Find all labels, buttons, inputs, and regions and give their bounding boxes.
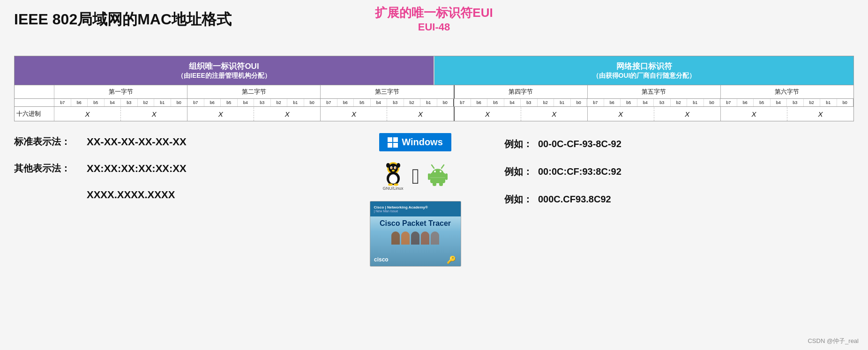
svg-point-8	[392, 170, 395, 171]
standard-example-label: 例如：	[504, 138, 532, 150]
cisco-example-row: 例如： 000C.CF93.8C92	[504, 193, 854, 206]
cisco-value: XXXX.XXXX.XXXX	[87, 189, 175, 201]
byte-label-4: 第四字节	[455, 85, 588, 98]
svg-point-6	[391, 167, 392, 169]
cisco-example-label: 例如：	[504, 193, 532, 206]
windows-logo-icon	[388, 137, 398, 148]
eui-title: 扩展的唯一标识符EUI	[375, 5, 493, 21]
svg-rect-15	[430, 173, 445, 183]
standard-value: XX-XX-XX-XX-XX-XX	[87, 136, 187, 148]
svg-rect-16	[428, 173, 430, 180]
other-example-value: 00:0C:CF:93:8C:92	[538, 166, 621, 177]
oui-header: 组织唯一标识符OUI （由IEEE的注册管理机构分配）	[15, 56, 434, 85]
byte-label-5: 第五字节	[588, 85, 721, 98]
eui-subtitle: EUI-48	[375, 21, 493, 33]
examples-panel: 例如： 00-0C-CF-93-8C-92 例如： 00:0C:CF:93:8C…	[467, 138, 854, 206]
linux-icon: GNU/Linux	[383, 162, 404, 191]
other-example-row: 例如： 00:0C:CF:93:8C:92	[504, 165, 854, 178]
other-notation-row: 其他表示法： XX:XX:XX:XX:XX:XX	[14, 162, 364, 175]
byte-label-6: 第六字节	[721, 85, 853, 98]
windows-badge: Windows	[379, 133, 451, 151]
center-icons-area: Windows	[364, 133, 467, 267]
svg-line-14	[441, 165, 444, 168]
svg-point-11	[388, 184, 393, 186]
svg-rect-19	[439, 182, 443, 186]
other-value: XX:XX:XX:XX:XX:XX	[87, 163, 187, 175]
nic-header: 网络接口标识符 （由获得OUI的厂商自行随意分配）	[434, 56, 853, 85]
os-icons-row: GNU/Linux 	[383, 162, 448, 191]
hex-row: 十六进制 XXXXXXXXXXXX	[15, 106, 853, 121]
other-label: 其他表示法：	[14, 162, 82, 175]
svg-point-3	[397, 163, 400, 168]
mac-table: 组织唯一标识符OUI （由IEEE的注册管理机构分配） 网络接口标识符 （由获得…	[14, 56, 854, 121]
colored-header-row: 组织唯一标识符OUI （由IEEE的注册管理机构分配） 网络接口标识符 （由获得…	[15, 56, 853, 85]
android-icon	[428, 164, 448, 189]
svg-point-21	[440, 171, 441, 172]
notations-panel: 标准表示法： XX-XX-XX-XX-XX-XX 其他表示法： XX:XX:XX…	[14, 135, 364, 201]
svg-rect-18	[433, 182, 436, 186]
bit-labels-row: b7b6b5b4b3b2b1b0b7b6b5b4b3b2b1b0b7b6b5b4…	[15, 98, 853, 106]
cisco-packet-tracer-image: Cisco | Networking Academy® | New Man Is…	[370, 201, 461, 267]
apple-icon: 	[412, 165, 420, 187]
svg-point-7	[395, 167, 396, 169]
byte-label-2: 第二字节	[187, 85, 321, 98]
standard-notation-row: 标准表示法： XX-XX-XX-XX-XX-XX	[14, 135, 364, 148]
svg-point-10	[389, 174, 397, 184]
cisco-example-value: 000C.CF93.8C92	[538, 194, 611, 205]
other-example-label: 例如：	[504, 165, 532, 178]
svg-rect-17	[445, 173, 448, 180]
svg-point-20	[434, 171, 436, 172]
svg-point-12	[394, 184, 398, 186]
bottom-section: 标准表示法： XX-XX-XX-XX-XX-XX 其他表示法： XX:XX:XX…	[14, 135, 854, 267]
hex-label: 十六进制	[15, 107, 54, 121]
byte-labels-row: 第一字节 第二字节 第三字节 第四字节 第五字节 第六字节	[15, 85, 853, 98]
standard-label: 标准表示法：	[14, 135, 82, 148]
footer-credit: CSDN @仲子_real	[808, 337, 859, 345]
standard-example-value: 00-0C-CF-93-8C-92	[538, 139, 621, 149]
svg-text:cisco: cisco	[374, 256, 389, 262]
byte-label-1: 第一字节	[54, 85, 187, 98]
svg-point-2	[386, 163, 390, 168]
svg-line-13	[432, 165, 434, 168]
cisco-notation-row: XXXX.XXXX.XXXX	[14, 189, 364, 201]
standard-example-row: 例如： 00-0C-CF-93-8C-92	[504, 138, 854, 150]
byte-label-3: 第三字节	[321, 85, 454, 98]
